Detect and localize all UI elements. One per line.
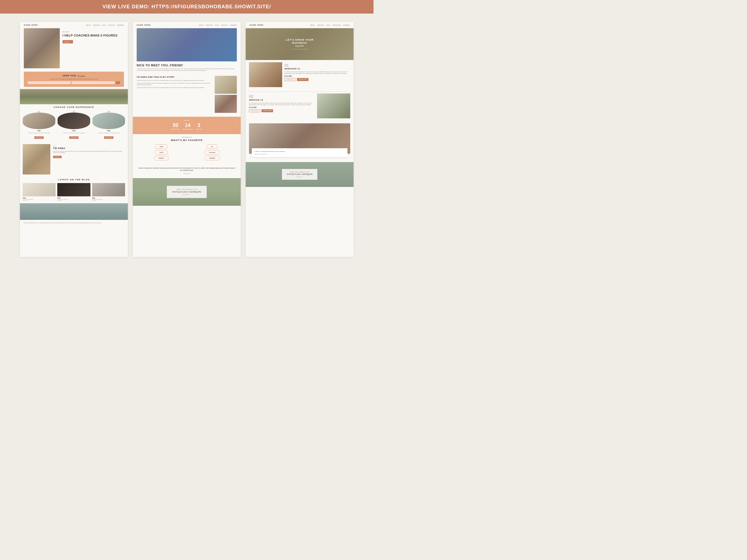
card2-story-title: I'M ANNA AND THIS IS MY STORY <box>137 76 212 78</box>
card2-testimonial: 'ANNA IS SERIOUSLY THE BEST! SHE REALLY … <box>133 165 241 177</box>
card3-service-2-btn-enquire[interactable]: ENQUIRE NOW <box>261 109 273 112</box>
card2-fav-summer: SUMMER <box>204 156 220 160</box>
card1-blog-2-more[interactable]: read more → <box>57 200 90 201</box>
card2-nav: NAME HERE ABOUT SERVICES BLOG PODCAST FR… <box>133 22 241 28</box>
card3-nav-blog[interactable]: BLOG <box>327 24 330 26</box>
card1-nav-podcast[interactable]: PODCAST <box>108 24 115 26</box>
card3-service-2-btn-learn[interactable]: LEARN MORE <box>249 109 260 112</box>
card2-fav-coffee: coffee <box>155 144 168 149</box>
card3-cta-box: ARE YOU READY TO level up in your coachi… <box>282 169 318 180</box>
card3-divider-1 <box>249 91 350 92</box>
card1-hero-btn[interactable]: let's go → <box>62 40 73 44</box>
card3-service-2-text: Ice cream sesame snaps cheesecake apple … <box>249 102 315 106</box>
card3-service-2-price: Prices $997 <box>249 106 315 108</box>
card3-hero-title: LET'S GROW YOURBUSINESS <box>286 38 313 45</box>
card1-nav-freebies[interactable]: FREEBIES <box>117 24 124 26</box>
card2-nav-about[interactable]: ABOUT <box>199 24 204 26</box>
card2-cta-script: level up in your coaching biz <box>172 190 201 193</box>
card2-stat-3: 3 daily cups <box>196 123 202 130</box>
card2-favorites-section: get to know me WHAT'S MY FAVORITE coffee… <box>133 136 241 165</box>
card2-story-images <box>215 76 237 113</box>
card1-nav-about[interactable]: ABOUT <box>86 24 91 26</box>
card1-nav-blog[interactable]: BLOG <box>102 24 106 26</box>
card1-freebie-title: GRAB YOUR <box>62 74 76 77</box>
card3-service-2-content: 02 SERVICE #2 Ice cream sesame snaps che… <box>249 94 315 112</box>
card1-service-1-num: 01 <box>23 111 55 112</box>
card2-testimonial-author: rachel brown <box>137 173 237 174</box>
card2-story-para1: Cupcake ipsum dolor sit amet sweet donut… <box>137 80 212 81</box>
card2-nav-services[interactable]: SERVICES <box>206 24 213 26</box>
card1-service-3-btn[interactable]: READ MORE <box>104 136 113 139</box>
card2-nav-podcast[interactable]: PODCAST <box>221 24 228 26</box>
card1-anna-desc: Cake brownie candy canes apple pie tiram… <box>53 151 125 154</box>
card3-service-1-btn-learn[interactable]: LEARN MORE <box>284 78 295 81</box>
card1-anna-btn[interactable]: EXPLORE <box>53 156 62 158</box>
card2-story-image2 <box>215 95 237 113</box>
card3-nav: NAME HERE ABOUT SERVICES BLOG INSTAGRAM … <box>246 22 354 28</box>
card2-nav-freebies[interactable]: FREEBIES <box>230 24 237 26</box>
card1-service-2-btn[interactable]: READ MORE <box>69 136 79 139</box>
card3-cta-btn[interactable]: get started → <box>287 176 313 178</box>
card1-freebie-submit[interactable]: → <box>115 81 120 84</box>
card3-cta-script: level up in your coaching biz <box>287 173 313 175</box>
card1-freebie-desc: Free resource with tool marshmallow Jell… <box>28 78 120 80</box>
card1-blog-1-img <box>23 183 56 196</box>
card1-service-2-img <box>57 112 90 129</box>
card1-freebie-script: Freebie <box>77 75 85 77</box>
card1-freebie-input1[interactable] <box>28 81 71 84</box>
card1-service-1-text: Cake brownie candy canes caramels dragée… <box>23 132 55 134</box>
card1-service-2: 02 Title Cake brownie candy canes carame… <box>57 111 90 139</box>
card3-nav-services[interactable]: SERVICES <box>317 24 324 26</box>
card2-cta-title: ARE YOU READY TO <box>172 189 201 190</box>
card3-service-1-text: Ice cream sesame snaps cheesecake apple … <box>284 71 350 74</box>
card2-nav-blog[interactable]: BLOG <box>215 24 219 26</box>
card2-fav-mountains: mountains <box>204 150 220 155</box>
card1-blog-3: Title Cake brownie candy canes read more… <box>92 183 125 201</box>
card2-fav-beach: beach <box>155 150 168 155</box>
card3-service-1-btn-enquire[interactable]: ENQUIRE NOW <box>297 78 308 81</box>
card1-freebie-input2[interactable] <box>72 81 115 84</box>
preview-card-2: NAME HERE ABOUT SERVICES BLOG PODCAST FR… <box>133 22 241 257</box>
card1-hero-title: I HELP COACHES MAKE 6 FIGURES <box>62 34 124 37</box>
card1-service-1-btn[interactable]: READ MORE <box>34 136 44 139</box>
card1-blog-row: Title Cake brownie candy canes read more… <box>20 183 128 201</box>
card2-fav-grid: coffee tea beach mountains WINERY SUMMER <box>137 144 237 160</box>
main-content: NAME HERE ABOUT SERVICES BLOG PODCAST FR… <box>0 14 374 265</box>
card3-service-1-price: Prices $997 <box>284 75 350 77</box>
card2-story-image1 <box>215 76 237 94</box>
card2-meet-title: NICE TO MEET YOU, FRIEND! <box>137 63 237 67</box>
card2-get-to-know: get to know me <box>137 136 237 138</box>
card2-meet-section: NICE TO MEET YOU, FRIEND! Cupcake ipsum … <box>133 28 241 74</box>
card2-meet-text: Cupcake ipsum dolor sit amet sweet donut… <box>137 68 237 71</box>
card3-nav-instagram[interactable]: INSTAGRAM <box>333 24 341 26</box>
card2-cta-btn[interactable]: get started → <box>172 194 201 195</box>
card2-stat-1: 50 happy clients <box>172 123 180 130</box>
card1-nav-services[interactable]: SERVICES <box>93 24 100 26</box>
card1-anna-text: Hey! I'M ANNA Cake brownie candy canes a… <box>53 144 125 158</box>
card3-nav-freebies[interactable]: FREEBIES <box>343 24 350 26</box>
card3-service-1-title: SERVICES #1 <box>284 68 350 70</box>
card1-blog-1-more[interactable]: read more → <box>23 200 56 201</box>
card1-blog-2-img <box>57 183 90 196</box>
card1-service-2-text: Cake brownie candy canes caramels dragée… <box>57 132 90 134</box>
card2-stat-1-label: happy clients <box>172 128 180 130</box>
card1-service-3-text: Cake brownie candy canes caramels dragée… <box>93 132 125 134</box>
live-demo-banner[interactable]: VIEW LIVE DEMO: HTTPS://6FIGURESBOHOBABE… <box>0 0 374 14</box>
card1-hero-greeting: Hey there! <box>62 31 124 33</box>
banner-text: VIEW LIVE DEMO: HTTPS://6FIGURESBOHOBABE… <box>102 4 271 9</box>
card3-service-1-content: 01 SERVICES #1 Ice cream sesame snaps ch… <box>284 62 350 81</box>
card3-service-2-title: SERVICE #2 <box>249 99 315 101</box>
card3-testimonial-box: I signed 5 clients right after hoping on… <box>252 148 347 157</box>
card3-testimonial-section: I signed 5 clients right after hoping on… <box>249 123 350 157</box>
card1-service-3: 03 Title Cake brownie candy canes carame… <box>93 111 125 139</box>
card3-nav-links: ABOUT SERVICES BLOG INSTAGRAM FREEBIES <box>310 24 350 26</box>
card3-hero-sub: here's how we can work together... <box>286 48 313 50</box>
card1-blog-3-more[interactable]: read more → <box>92 200 125 201</box>
card1-logo: NAME HERE <box>24 24 38 26</box>
card1-blog-title: LATEST ON THE BLOG <box>20 178 128 181</box>
card3-nav-about[interactable]: ABOUT <box>310 24 315 26</box>
card3-hero: LET'S GROW YOURBUSINESS together here's … <box>246 28 354 60</box>
card3-service-1-btns: LEARN MORE ENQUIRE NOW <box>284 78 350 81</box>
card1-anna-image <box>23 144 50 175</box>
card1-hero: Hey there! I HELP COACHES MAKE 6 FIGURES… <box>20 28 128 72</box>
